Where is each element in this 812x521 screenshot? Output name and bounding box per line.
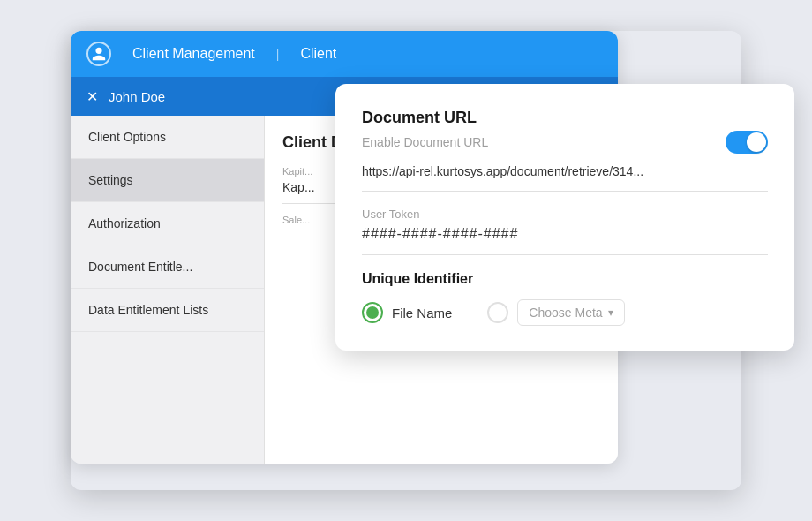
sidebar-item-data-entitlement[interactable]: Data Entitlement Lists <box>71 289 264 332</box>
choose-meta-dropdown[interactable]: Choose Meta ▾ <box>517 299 624 326</box>
nav-separator: | <box>276 47 280 61</box>
toggle-knob <box>747 132 766 152</box>
nav-client-label: Client <box>300 46 336 62</box>
document-url-section: Document URL Enable Document URL https:/… <box>362 109 768 192</box>
radio-circle-filename[interactable] <box>362 302 383 323</box>
radio-option-filename[interactable]: File Name <box>362 302 452 323</box>
document-url-value: https://api-rel.kurtosys.app/document/re… <box>362 164 768 192</box>
sidebar: Client Options Settings Authorization Do… <box>71 116 265 464</box>
app-container: Client Management | Client ✕ John Doe Cl… <box>71 31 741 490</box>
unique-identifier-section: Unique Identifier File Name Choose Meta … <box>362 271 768 326</box>
top-nav: Client Management | Client <box>71 31 618 77</box>
sidebar-item-document-entitlement[interactable]: Document Entitle... <box>71 245 264 289</box>
sidebar-item-settings[interactable]: Settings <box>71 159 264 202</box>
floating-card: Document URL Enable Document URL https:/… <box>335 84 794 351</box>
user-token-section: User Token ####-####-####-#### <box>362 208 768 255</box>
toggle-label: Enable Document URL <box>362 135 488 149</box>
choose-meta-label: Choose Meta <box>529 306 602 320</box>
chevron-down-icon: ▾ <box>608 306 613 319</box>
toggle-row: Enable Document URL <box>362 131 768 154</box>
radio-circle-meta[interactable] <box>487 302 508 323</box>
sidebar-item-client-options[interactable]: Client Options <box>71 116 264 159</box>
enable-document-url-toggle[interactable] <box>726 131 768 154</box>
radio-row: File Name Choose Meta ▾ <box>362 299 768 326</box>
nav-app-title: Client Management <box>132 46 255 62</box>
radio-inner-filename <box>366 306 379 319</box>
radio-label-filename: File Name <box>392 306 452 321</box>
sidebar-item-authorization[interactable]: Authorization <box>71 202 264 245</box>
user-icon <box>86 42 111 66</box>
sub-header-title: John Doe <box>109 89 165 104</box>
close-icon[interactable]: ✕ <box>86 88 98 105</box>
radio-option-meta[interactable]: Choose Meta ▾ <box>487 299 624 326</box>
unique-id-title: Unique Identifier <box>362 271 768 287</box>
user-token-label: User Token <box>362 208 768 221</box>
user-token-value: ####-####-####-#### <box>362 226 768 255</box>
document-url-title: Document URL <box>362 109 768 127</box>
